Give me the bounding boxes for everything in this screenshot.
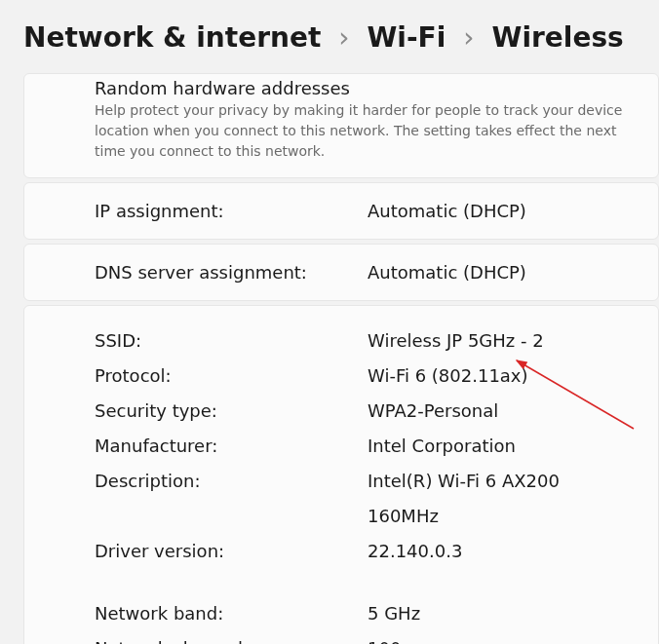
dns-assignment-label: DNS server assignment: — [95, 262, 368, 283]
detail-row-driver: Driver version: 22.140.0.3 — [95, 534, 635, 569]
description-value: Intel(R) Wi-Fi 6 AX200 160MHz — [368, 464, 635, 534]
ssid-label: SSID: — [95, 323, 368, 359]
band-value: 5 GHz — [368, 596, 420, 631]
ip-assignment-value: Automatic (DHCP) — [368, 201, 526, 221]
random-hw-title: Random hardware addresses — [95, 78, 635, 98]
manufacturer-value: Intel Corporation — [368, 429, 516, 464]
breadcrumb-level2[interactable]: Wi-Fi — [367, 21, 446, 54]
channel-value: 100 — [368, 631, 401, 644]
detail-row-security: Security type: WPA2-Personal — [95, 394, 635, 429]
description-label: Description: — [95, 464, 368, 499]
breadcrumb-level3: Wireless — [492, 21, 624, 54]
random-hw-description: Help protect your privacy by making it h… — [95, 100, 635, 162]
chevron-right-icon: › — [463, 21, 474, 54]
detail-row-channel: Network channel: 100 — [95, 631, 635, 644]
detail-row-band: Network band: 5 GHz — [95, 596, 635, 631]
driver-label: Driver version: — [95, 534, 368, 569]
detail-row-description: Description: Intel(R) Wi-Fi 6 AX200 160M… — [95, 464, 635, 534]
dns-assignment-value: Automatic (DHCP) — [368, 262, 526, 283]
ip-assignment-label: IP assignment: — [95, 201, 368, 221]
dns-assignment-panel[interactable]: DNS server assignment: Automatic (DHCP) — [23, 244, 659, 301]
detail-row-protocol: Protocol: Wi-Fi 6 (802.11ax) — [95, 359, 635, 394]
security-label: Security type: — [95, 394, 368, 429]
breadcrumb-level1[interactable]: Network & internet — [23, 21, 321, 54]
network-details-panel: SSID: Wireless JP 5GHz - 2 Protocol: Wi-… — [23, 305, 659, 644]
breadcrumb: Network & internet › Wi-Fi › Wireless — [0, 0, 659, 73]
channel-label: Network channel: — [95, 631, 368, 644]
driver-value: 22.140.0.3 — [368, 534, 462, 569]
band-label: Network band: — [95, 596, 368, 631]
chevron-right-icon: › — [338, 21, 349, 54]
protocol-label: Protocol: — [95, 359, 368, 394]
detail-row-manufacturer: Manufacturer: Intel Corporation — [95, 429, 635, 464]
random-hardware-addresses-panel[interactable]: Random hardware addresses Help protect y… — [23, 73, 659, 178]
manufacturer-label: Manufacturer: — [95, 429, 368, 464]
security-value: WPA2-Personal — [368, 394, 498, 429]
protocol-value: Wi-Fi 6 (802.11ax) — [368, 359, 528, 394]
detail-row-ssid: SSID: Wireless JP 5GHz - 2 — [95, 323, 635, 359]
ip-assignment-panel[interactable]: IP assignment: Automatic (DHCP) — [23, 182, 659, 240]
ssid-value: Wireless JP 5GHz - 2 — [368, 323, 544, 359]
